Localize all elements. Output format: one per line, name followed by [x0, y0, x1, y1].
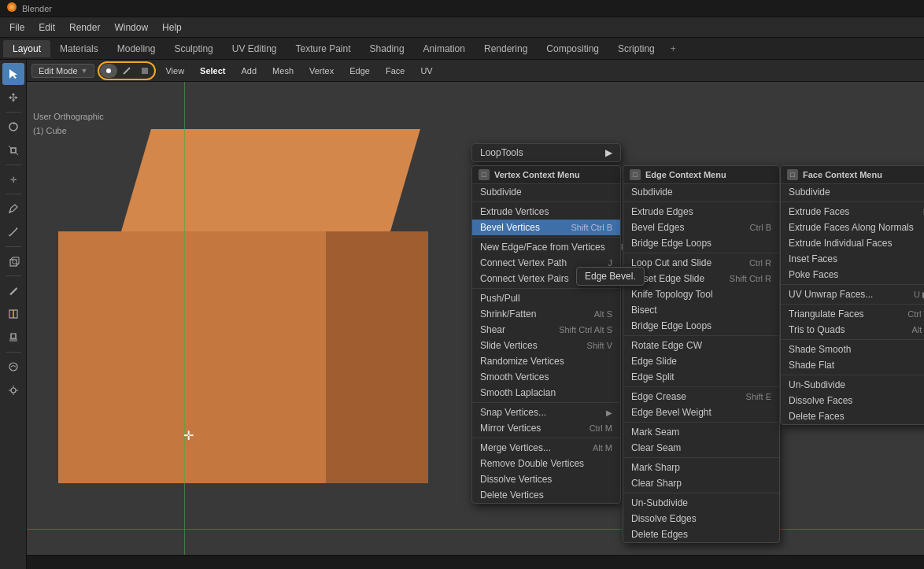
- face-inset[interactable]: Inset Faces I: [781, 251, 924, 267]
- vertex-snap[interactable]: Snap Vertices... ▶: [472, 405, 620, 420]
- add-workspace-button[interactable]: +: [664, 40, 682, 57]
- vertex-extrude[interactable]: Extrude Vertices: [472, 204, 620, 220]
- edge-bridge-loops[interactable]: Bridge Edge Loops: [623, 235, 779, 251]
- rotate-tool-button[interactable]: [2, 116, 24, 138]
- tab-scripting[interactable]: Scripting: [608, 40, 664, 57]
- edge-split[interactable]: Edge Split: [623, 369, 779, 385]
- edge-bevel-weight[interactable]: Edge Bevel Weight: [623, 405, 779, 420]
- viewport-add-menu[interactable]: Add: [235, 65, 264, 77]
- 3d-viewport[interactable]: Edit Mode ▼ View Select Add Mesh Vertex …: [27, 60, 924, 569]
- viewport-select-menu[interactable]: Select: [194, 65, 231, 77]
- face-delete[interactable]: Delete Faces: [781, 408, 924, 424]
- vertex-shrink[interactable]: Shrink/Fatten Alt S: [472, 306, 620, 322]
- edge-bridge-loops2[interactable]: Bridge Edge Loops: [623, 318, 779, 334]
- tab-compositing[interactable]: Compositing: [537, 40, 608, 57]
- move-tool-button[interactable]: [2, 87, 24, 109]
- edge-knife[interactable]: Knife Topology Tool: [623, 286, 779, 302]
- tab-uv-editing[interactable]: UV Editing: [223, 40, 286, 57]
- edge-clear-seam[interactable]: Clear Seam: [623, 440, 779, 456]
- vertex-dissolve[interactable]: Dissolve Vertices: [472, 471, 620, 487]
- face-uv-unwrap[interactable]: UV Unwrap Faces... U ▶: [781, 286, 924, 302]
- edge-crease[interactable]: Edge Crease Shift E: [623, 389, 779, 405]
- tab-animation[interactable]: Animation: [414, 40, 475, 57]
- looptools-header[interactable]: LoopTools ▶: [472, 144, 620, 161]
- edge-unsubdivide[interactable]: Un-Subdivide: [623, 495, 779, 511]
- vertex-slide[interactable]: Slide Vertices Shift V: [472, 338, 620, 353]
- tab-materials[interactable]: Materials: [50, 40, 108, 57]
- menu-file[interactable]: File: [3, 20, 31, 35]
- tab-modeling[interactable]: Modeling: [108, 40, 165, 57]
- cursor-tool-button[interactable]: [2, 63, 24, 85]
- scale-tool-button[interactable]: [2, 139, 24, 161]
- annotate-tool-button[interactable]: [2, 198, 24, 220]
- vertex-connect-pairs[interactable]: Connect Vertex Pairs: [472, 271, 620, 286]
- face-extrude-individual[interactable]: Extrude Individual Faces: [781, 235, 924, 251]
- vertex-select-button[interactable]: [100, 64, 117, 78]
- face-extrude-normals[interactable]: Extrude Faces Along Normals: [781, 220, 924, 235]
- edge-delete[interactable]: Delete Edges: [623, 527, 779, 542]
- face-triangulate[interactable]: Triangulate Faces Ctrl T: [781, 306, 924, 322]
- edge-mark-seam[interactable]: Mark Seam: [623, 424, 779, 440]
- tab-sculpting[interactable]: Sculpting: [164, 40, 222, 57]
- face-tris-to-quads[interactable]: Tris to Quads Alt J: [781, 322, 924, 338]
- add-cube-button[interactable]: [2, 250, 24, 272]
- vertex-remove-doubles[interactable]: Remove Double Vertices: [472, 456, 620, 471]
- vertex-smooth[interactable]: Smooth Vertices: [472, 369, 620, 385]
- vertex-delete[interactable]: Delete Vertices: [472, 487, 620, 503]
- tab-texture-paint[interactable]: Texture Paint: [286, 40, 360, 57]
- shrink-fatten-button[interactable]: [2, 379, 24, 401]
- extrude-tool-button[interactable]: [2, 327, 24, 349]
- face-shade-smooth[interactable]: Shade Smooth: [781, 342, 924, 357]
- viewport-mesh-menu[interactable]: Mesh: [266, 65, 300, 77]
- face-poke[interactable]: Poke Faces: [781, 267, 924, 283]
- face-context-menu[interactable]: □ Face Context Menu Subdivide Extrude Fa…: [780, 165, 924, 425]
- vertex-new-edge[interactable]: New Edge/Face from Vertices F: [472, 239, 620, 255]
- vertex-bevel[interactable]: Bevel Vertices Shift Ctrl B: [472, 220, 620, 235]
- face-dissolve[interactable]: Dissolve Faces: [781, 393, 924, 408]
- edge-bevel[interactable]: Bevel Edges Ctrl B: [623, 220, 779, 235]
- viewport-face-menu[interactable]: Face: [379, 65, 411, 77]
- menu-edit[interactable]: Edit: [32, 20, 61, 35]
- transform-tool-button[interactable]: ✛: [2, 168, 24, 190]
- vertex-randomize[interactable]: Randomize Vertices: [472, 353, 620, 369]
- measure-tool-button[interactable]: [2, 221, 24, 243]
- edge-dissolve[interactable]: Dissolve Edges: [623, 511, 779, 527]
- edge-context-menu[interactable]: □ Edge Context Menu Subdivide Extrude Ed…: [623, 165, 780, 543]
- edge-select-button[interactable]: [118, 64, 135, 78]
- edge-bisect[interactable]: Bisect: [623, 302, 779, 318]
- looptools-menu[interactable]: LoopTools ▶: [471, 143, 621, 162]
- tab-shading[interactable]: Shading: [360, 40, 414, 57]
- edge-rotate-cw[interactable]: Rotate Edge CW: [623, 338, 779, 353]
- vertex-context-menu[interactable]: □ Vertex Context Menu Subdivide Extrude …: [471, 165, 621, 504]
- smooth-tool-button[interactable]: [2, 356, 24, 378]
- vertex-smooth-laplacian[interactable]: Smooth Laplacian: [472, 385, 620, 401]
- menu-window[interactable]: Window: [108, 20, 154, 35]
- knife-tool-button[interactable]: [2, 279, 24, 301]
- edge-slide[interactable]: Edge Slide: [623, 353, 779, 369]
- vertex-push-pull[interactable]: Push/Pull: [472, 290, 620, 306]
- edge-subdivide[interactable]: Subdivide: [623, 184, 779, 200]
- vertex-shear[interactable]: Shear Shift Ctrl Alt S: [472, 322, 620, 338]
- face-subdivide[interactable]: Subdivide: [781, 184, 924, 200]
- edit-mode-dropdown[interactable]: Edit Mode ▼: [31, 64, 94, 78]
- face-select-button[interactable]: [136, 64, 153, 78]
- vertex-connect-path[interactable]: Connect Vertex Path J: [472, 255, 620, 271]
- tab-rendering[interactable]: Rendering: [475, 40, 537, 57]
- menu-help[interactable]: Help: [156, 20, 188, 35]
- loop-cut-button[interactable]: [2, 303, 24, 325]
- edge-mark-sharp[interactable]: Mark Sharp: [623, 460, 779, 475]
- viewport-edge-menu[interactable]: Edge: [343, 65, 376, 77]
- edge-clear-sharp[interactable]: Clear Sharp: [623, 475, 779, 491]
- edge-offset-slide[interactable]: Offset Edge Slide Shift Ctrl R: [623, 271, 779, 286]
- edge-loop-cut[interactable]: Loop Cut and Slide Ctrl R: [623, 255, 779, 271]
- menu-render[interactable]: Render: [63, 20, 106, 35]
- vertex-merge[interactable]: Merge Vertices... Alt M: [472, 440, 620, 456]
- tab-layout[interactable]: Layout: [3, 40, 50, 57]
- viewport-uv-menu[interactable]: UV: [414, 65, 438, 77]
- vertex-subdivide[interactable]: Subdivide: [472, 184, 620, 200]
- viewport-vertex-menu[interactable]: Vertex: [303, 65, 340, 77]
- edge-extrude[interactable]: Extrude Edges: [623, 204, 779, 220]
- face-unsubdivide[interactable]: Un-Subdivide: [781, 377, 924, 393]
- vertex-mirror[interactable]: Mirror Vertices Ctrl M: [472, 420, 620, 436]
- viewport-view-menu[interactable]: View: [159, 65, 190, 77]
